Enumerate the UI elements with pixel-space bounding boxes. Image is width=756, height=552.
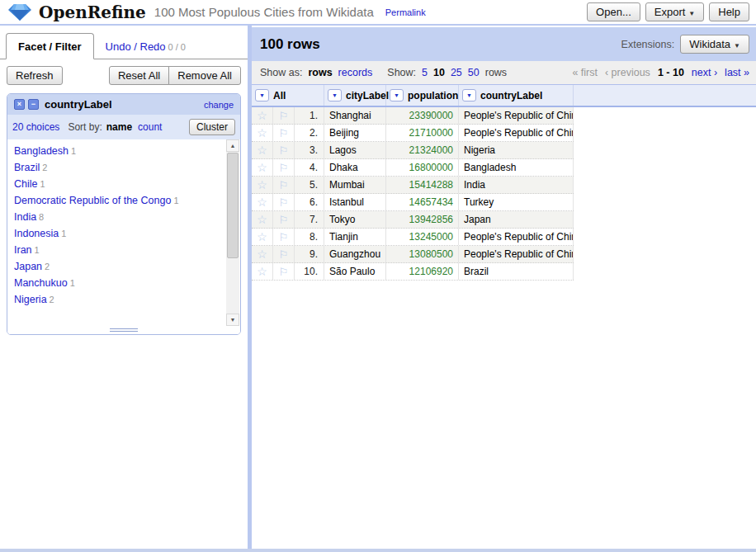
show-as-records[interactable]: records bbox=[338, 67, 373, 78]
scrollbar-thumb[interactable] bbox=[227, 153, 239, 258]
close-icon[interactable]: × bbox=[14, 99, 25, 110]
cell-citylabel: Guangzhou bbox=[324, 246, 386, 262]
facet-choice-label[interactable]: Chile bbox=[14, 178, 38, 190]
first-page-link[interactable]: « first bbox=[572, 67, 598, 78]
wikidata-extension-button[interactable]: Wikidata▼ bbox=[680, 35, 749, 54]
facet-choice-label[interactable]: Brazil bbox=[14, 162, 40, 173]
citylabel-dropdown-button[interactable]: ▼ bbox=[328, 89, 342, 101]
facet-choice-label[interactable]: Manchukuo bbox=[14, 277, 68, 289]
column-header-spacer bbox=[574, 85, 756, 106]
show-as-controls: Show as: rows records bbox=[260, 67, 372, 78]
facet-scrollbar[interactable]: ▲ ▼ bbox=[226, 139, 239, 326]
all-dropdown-button[interactable]: ▼ bbox=[255, 89, 269, 101]
facet-choice-label[interactable]: Bangladesh bbox=[14, 145, 69, 157]
star-icon[interactable]: ☆ bbox=[252, 229, 273, 245]
help-button[interactable]: Help bbox=[709, 2, 749, 21]
pagination: « first ‹ previous 1 - 10 next › last » bbox=[572, 67, 749, 78]
sort-by-count[interactable]: count bbox=[138, 121, 162, 133]
chevron-down-icon: ▼ bbox=[466, 92, 472, 98]
flag-icon[interactable]: ⚐ bbox=[273, 159, 295, 176]
table-row: ☆⚐3.Lagos21324000Nigeria bbox=[252, 142, 574, 159]
star-icon[interactable]: ☆ bbox=[252, 211, 273, 228]
show-as-rows[interactable]: rows bbox=[308, 67, 332, 78]
flag-icon[interactable]: ⚐ bbox=[273, 142, 295, 158]
scroll-down-icon[interactable]: ▼ bbox=[226, 314, 239, 326]
facet-choice-label[interactable]: Democratic Republic of the Congo bbox=[14, 195, 171, 206]
flag-icon[interactable]: ⚐ bbox=[273, 194, 295, 210]
scroll-up-icon[interactable]: ▲ bbox=[226, 139, 239, 152]
minimize-icon[interactable]: − bbox=[28, 99, 39, 110]
cell-population: 16800000 bbox=[386, 159, 459, 176]
star-icon[interactable]: ☆ bbox=[252, 194, 273, 210]
flag-icon[interactable]: ⚐ bbox=[273, 263, 295, 280]
facet-choice-count: 1 bbox=[70, 278, 75, 288]
facet-change-link[interactable]: change bbox=[204, 100, 234, 110]
cluster-button[interactable]: Cluster bbox=[189, 119, 235, 135]
facet-choice-label[interactable]: Japan bbox=[14, 261, 42, 272]
star-icon[interactable]: ☆ bbox=[252, 142, 273, 158]
chevron-down-icon: ▼ bbox=[332, 92, 338, 98]
countrylabel-dropdown-button[interactable]: ▼ bbox=[462, 89, 476, 101]
facet-choice-list: Bangladesh1Brazil2Chile1Democratic Repub… bbox=[7, 141, 226, 326]
flag-icon[interactable]: ⚐ bbox=[273, 177, 295, 193]
data-rows: ☆⚐1.Shanghai23390000People's Republic of… bbox=[252, 107, 756, 281]
table-row: ☆⚐4.Dhaka16800000Bangladesh bbox=[252, 159, 574, 177]
tab-facet-filter[interactable]: Facet / Filter bbox=[6, 33, 94, 59]
remove-all-button[interactable]: Remove All bbox=[168, 66, 241, 85]
open-button[interactable]: Open... bbox=[587, 2, 640, 21]
facet-choice: Chile1 bbox=[14, 176, 226, 192]
page-size-25[interactable]: 25 bbox=[451, 67, 462, 78]
previous-page-link[interactable]: ‹ previous bbox=[605, 67, 650, 78]
cell-citylabel: Beijing bbox=[324, 125, 386, 141]
table-header: ▼ All ▼ cityLabel ▼ population ▼ country… bbox=[252, 84, 756, 107]
star-icon[interactable]: ☆ bbox=[252, 125, 273, 141]
flag-icon[interactable]: ⚐ bbox=[273, 229, 295, 245]
show-as-label: Show as: bbox=[260, 67, 302, 78]
extensions-label: Extensions: bbox=[621, 39, 675, 50]
cell-citylabel: Dhaka bbox=[324, 159, 386, 176]
facet-choice-label[interactable]: Indonesia bbox=[14, 228, 59, 239]
export-button[interactable]: Export▼ bbox=[645, 2, 705, 21]
rows-count: 100 rows bbox=[260, 36, 320, 53]
facet-controls: 20 choices Sort by: name count Cluster bbox=[7, 115, 240, 139]
sort-by-name[interactable]: name bbox=[106, 121, 132, 133]
facet-choice-label[interactable]: India bbox=[14, 211, 36, 223]
table-row: ☆⚐8.Tianjin13245000People's Republic of … bbox=[252, 229, 574, 246]
row-index: 1. bbox=[295, 107, 324, 124]
facet-choices-link[interactable]: 20 choices bbox=[12, 121, 59, 133]
next-page-link[interactable]: next › bbox=[692, 67, 717, 78]
tab-undo-redo[interactable]: Undo / Redo0 / 0 bbox=[94, 34, 197, 59]
page-size-5[interactable]: 5 bbox=[422, 67, 428, 78]
cell-countrylabel: India bbox=[459, 177, 574, 193]
permalink-link[interactable]: Permalink bbox=[385, 7, 426, 17]
page-size-50[interactable]: 50 bbox=[468, 67, 480, 78]
flag-icon[interactable]: ⚐ bbox=[273, 211, 295, 228]
cell-population: 14657434 bbox=[386, 194, 459, 210]
reset-all-button[interactable]: Reset All bbox=[109, 66, 169, 85]
facet-choice-label[interactable]: Nigeria bbox=[14, 294, 47, 305]
column-header-all: ▼ All bbox=[252, 85, 324, 106]
population-dropdown-button[interactable]: ▼ bbox=[390, 89, 404, 101]
facet-choice: Indonesia1 bbox=[14, 225, 226, 242]
sort-by-label: Sort by: bbox=[68, 121, 102, 133]
cell-citylabel: Mumbai bbox=[324, 177, 386, 193]
star-icon[interactable]: ☆ bbox=[252, 263, 273, 280]
star-icon[interactable]: ☆ bbox=[252, 177, 273, 193]
star-icon[interactable]: ☆ bbox=[252, 107, 273, 124]
cell-countrylabel: Japan bbox=[459, 211, 574, 228]
star-icon[interactable]: ☆ bbox=[252, 246, 273, 262]
facet-choice-label[interactable]: Iran bbox=[14, 244, 32, 256]
row-index: 5. bbox=[295, 177, 324, 193]
flag-icon[interactable]: ⚐ bbox=[273, 107, 295, 124]
facet-resize-handle[interactable] bbox=[7, 326, 240, 334]
page-size-10[interactable]: 10 bbox=[433, 67, 445, 78]
flag-icon[interactable]: ⚐ bbox=[273, 125, 295, 141]
last-page-link[interactable]: last » bbox=[725, 67, 749, 78]
cell-citylabel: Tokyo bbox=[324, 211, 386, 228]
cell-countrylabel: People's Republic of China bbox=[459, 246, 574, 262]
row-index: 10. bbox=[295, 263, 324, 280]
row-index: 8. bbox=[295, 229, 324, 245]
refresh-button[interactable]: Refresh bbox=[7, 66, 63, 85]
flag-icon[interactable]: ⚐ bbox=[273, 246, 295, 262]
star-icon[interactable]: ☆ bbox=[252, 159, 273, 176]
